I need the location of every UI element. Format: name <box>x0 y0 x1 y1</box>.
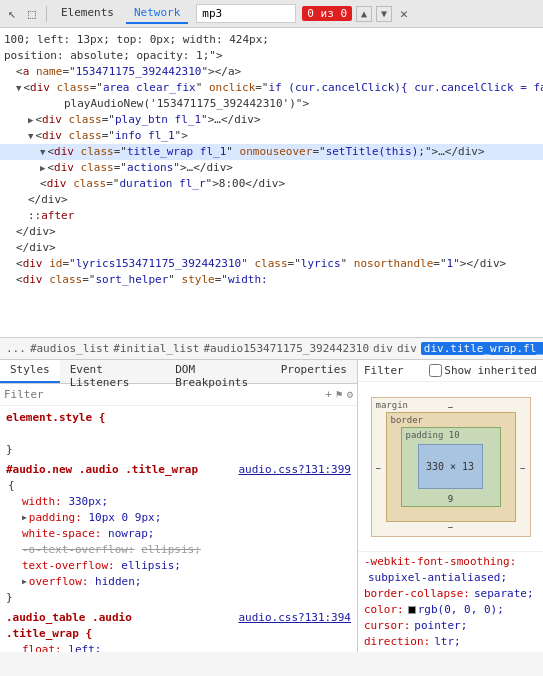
style-rule-audio-table: .audio_table .audio audio.css?131:394 .t… <box>0 608 357 652</box>
dom-line[interactable]: <div class="duration fl_r">8:00</div> <box>0 176 543 192</box>
rule-selector-3: .audio_table .audio <box>6 611 132 624</box>
style-prop: ▶padding: 10px 0 9px; <box>6 510 351 526</box>
toolbar: ↖ ⬚ Elements Network 0 из 0 ▲ ▼ ✕ <box>0 0 543 28</box>
show-inherited-checkbox[interactable] <box>429 364 442 377</box>
box-properties: -webkit-font-smoothing: subpixel-antiali… <box>358 551 543 652</box>
rule-selector-2: #audio.new .audio .title_wrap <box>6 463 198 476</box>
box-filter-bar: Filter Show inherited <box>358 360 543 382</box>
panel-tabs: Styles Event Listeners DOM Breakpoints P… <box>0 360 357 384</box>
prop-row-smoothing: -webkit-font-smoothing: <box>364 554 537 570</box>
breadcrumb: ... #audios_list #initial_list #audio153… <box>0 338 543 360</box>
pin-style-icon[interactable]: ⚑ <box>336 388 343 401</box>
tab-dom-breakpoints[interactable]: DOM Breakpoints <box>165 360 271 383</box>
cursor-icon[interactable]: ↖ <box>4 6 20 22</box>
search-next-button[interactable]: ▼ <box>376 6 392 22</box>
dom-line: 100; left: 13px; top: 0px; width: 424px; <box>0 32 543 48</box>
border-label: border <box>391 415 424 425</box>
padding-bottom-value: 9 <box>448 494 453 504</box>
content-dimensions: 330 × 13 <box>426 461 474 472</box>
rule-link-3[interactable]: audio.css?131:394 <box>238 610 351 626</box>
margin-bottom-value: − <box>448 522 453 532</box>
bottom-section: Styles Event Listeners DOM Breakpoints P… <box>0 360 543 652</box>
style-prop: ▶overflow: hidden; <box>6 574 351 590</box>
box-filter-label: Filter <box>364 364 425 377</box>
toolbar-divider <box>46 6 47 22</box>
search-count: 0 из 0 <box>302 6 352 21</box>
dom-line: </div> <box>0 192 543 208</box>
prop-row-direction: direction: ltr; <box>364 634 537 650</box>
dom-line-selected[interactable]: ▼<div class="title_wrap fl_1" onmouseove… <box>0 144 543 160</box>
box-diagram: margin − − − − border padding 10 9 330 <box>371 397 531 537</box>
prop-row-smoothing-val: subpixel-antialiased; <box>364 570 537 586</box>
breadcrumb-div1[interactable]: div <box>373 342 393 355</box>
prop-row-border-collapse: border-collapse: separate; <box>364 586 537 602</box>
show-inherited-label[interactable]: Show inherited <box>429 364 537 377</box>
breadcrumb-title-wrap[interactable]: div.title_wrap.fl_l <box>421 342 543 355</box>
dom-line: position: absolute; opacity: 1;"> <box>0 48 543 64</box>
tab-elements[interactable]: Elements <box>53 3 122 24</box>
box-panel: Filter Show inherited margin − − − − bor… <box>358 360 543 652</box>
style-prop: text-overflow: ellipsis; <box>6 558 351 574</box>
margin-label: margin <box>376 400 409 410</box>
dom-line[interactable]: ▼<div class="info fl_1"> <box>0 128 543 144</box>
search-input[interactable] <box>196 4 296 23</box>
style-prop: -o-text-overflow: ellipsis; <box>6 542 351 558</box>
tab-event-listeners[interactable]: Event Listeners <box>60 360 166 383</box>
rule-selector: element.style { <box>6 411 105 424</box>
dom-line[interactable]: ▶<div class="play_btn fl_1">…</div> <box>0 112 543 128</box>
tab-styles[interactable]: Styles <box>0 360 60 383</box>
tab-network[interactable]: Network <box>126 3 188 24</box>
padding-label: padding 10 <box>406 430 460 440</box>
dom-line[interactable]: <div class="sort_helper" style="width: <box>0 272 543 288</box>
rule-link-2[interactable]: audio.css?131:399 <box>238 462 351 478</box>
dom-line[interactable]: playAudioNew('153471175_392442310')"> <box>0 96 543 112</box>
margin-top-value: − <box>448 402 453 412</box>
margin-right-value: − <box>520 463 525 473</box>
style-prop: width: 330px; <box>6 494 351 510</box>
search-prev-button[interactable]: ▲ <box>356 6 372 22</box>
rule-selector-3b: .title_wrap { <box>6 627 92 640</box>
breadcrumb-initial-list[interactable]: #initial_list <box>113 342 199 355</box>
box-model-area: margin − − − − border padding 10 9 330 <box>358 382 543 551</box>
dom-line: </div> <box>0 240 543 256</box>
color-swatch <box>408 606 416 614</box>
prop-row-cursor: cursor: pointer; <box>364 618 537 634</box>
close-button[interactable]: ✕ <box>400 6 408 21</box>
dom-line[interactable]: ▶<div class="actions">…</div> <box>0 160 543 176</box>
dom-line: ::after <box>0 208 543 224</box>
settings-style-icon[interactable]: ⚙ <box>346 388 353 401</box>
dom-line: </div> <box>0 224 543 240</box>
content-box: 330 × 13 <box>418 444 483 489</box>
styles-content: element.style { } #audio.new .audio .tit… <box>0 406 357 652</box>
tab-properties[interactable]: Properties <box>271 360 357 383</box>
dom-line[interactable]: <a name="153471175_392442310"></a> <box>0 64 543 80</box>
breadcrumb-div2[interactable]: div <box>397 342 417 355</box>
style-prop: float: left; <box>6 642 351 652</box>
prop-row-color: color: rgb(0, 0, 0); <box>364 602 537 618</box>
inspect-icon[interactable]: ⬚ <box>24 6 40 22</box>
breadcrumb-audios-list[interactable]: #audios_list <box>30 342 109 355</box>
margin-left-value: − <box>376 463 381 473</box>
dom-line[interactable]: ▼<div class="area clear_fix" onclick="if… <box>0 80 543 96</box>
styles-filter-bar: + ⚑ ⚙ <box>0 384 357 406</box>
dom-panel: 100; left: 13px; top: 0px; width: 424px;… <box>0 28 543 338</box>
add-style-icon[interactable]: + <box>325 388 332 401</box>
style-rule-element: element.style { } <box>0 408 357 460</box>
dom-line[interactable]: <div id="lyrics153471175_392442310" clas… <box>0 256 543 272</box>
style-rule-audio-new: #audio.new .audio .title_wrap audio.css?… <box>0 460 357 608</box>
styles-filter-input[interactable] <box>4 388 321 401</box>
breadcrumb-audio-id[interactable]: #audio153471175_392442310 <box>203 342 369 355</box>
breadcrumb-ellipsis[interactable]: ... <box>6 342 26 355</box>
styles-panel: Styles Event Listeners DOM Breakpoints P… <box>0 360 358 652</box>
style-prop: white-space: nowrap; <box>6 526 351 542</box>
